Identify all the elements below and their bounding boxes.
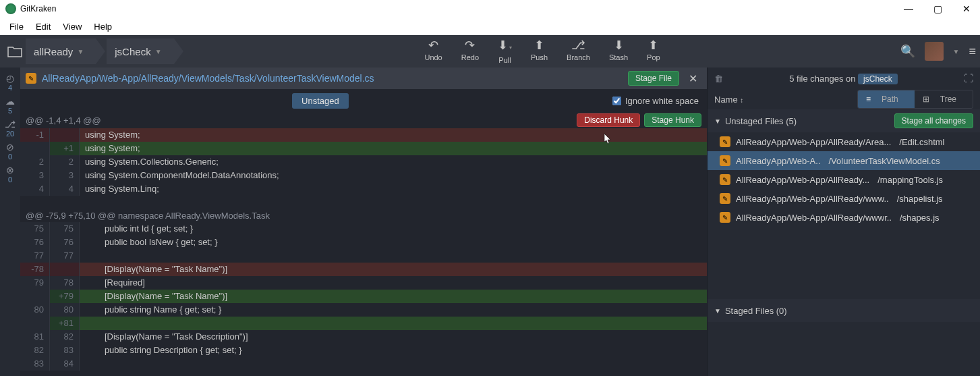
- file-item[interactable]: ✎AllReadyApp/Web-A../VolunteerTaskViewMo…: [708, 151, 980, 170]
- line-number-old: -1: [20, 128, 50, 142]
- view-toggle: ≡ Path ⊞ Tree: [857, 90, 973, 109]
- redo-button[interactable]: ↷Redo: [461, 38, 479, 64]
- folder-button[interactable]: [4, 41, 26, 62]
- file-item[interactable]: ✎AllReadyApp/Web-App/AllReady.../mapping…: [708, 170, 980, 189]
- line-number-new: 75: [50, 222, 80, 236]
- tree-view-button[interactable]: ⊞ Tree: [915, 90, 973, 108]
- pull-button[interactable]: ⬇▾Pull: [498, 38, 512, 64]
- avatar[interactable]: [925, 42, 944, 61]
- ignore-whitespace-toggle[interactable]: Ignore white space: [612, 96, 699, 106]
- diff-line[interactable]: 8283 public string Description { get; se…: [20, 344, 707, 357]
- changes-summary: 5 file changes on jsCheck: [728, 74, 958, 84]
- diff-line[interactable]: 33using System.ComponentModel.DataAnnota…: [20, 169, 707, 182]
- stash-icon: ⬇: [614, 38, 624, 52]
- pop-icon: ⬆: [648, 38, 658, 52]
- discard-hunk-button[interactable]: Discard Hunk: [577, 113, 640, 127]
- sort-label[interactable]: Name ↕: [714, 95, 743, 105]
- line-number-old: 81: [20, 330, 50, 344]
- diff-line[interactable]: 8384: [20, 357, 707, 371]
- undo-button[interactable]: ↶Undo: [424, 38, 442, 64]
- file-modified-icon: ✎: [720, 193, 730, 204]
- maximize-button[interactable]: ▢: [929, 3, 946, 14]
- branch-name: jsCheck: [115, 46, 150, 57]
- diff-line[interactable]: +81: [20, 317, 707, 330]
- stash-button[interactable]: ⬇Stash: [609, 38, 628, 64]
- menubar: File Edit View Help: [0, 18, 980, 35]
- diff-line[interactable]: +1using System;: [20, 142, 707, 155]
- line-number-new: 84: [50, 357, 80, 371]
- path-view-button[interactable]: ≡ Path: [858, 90, 915, 108]
- diff-line[interactable]: 7978 [Required]: [20, 276, 707, 290]
- diff-line[interactable]: 7575 public int Id { get; set; }: [20, 222, 707, 236]
- stage-file-button[interactable]: Stage File: [628, 71, 679, 86]
- branch-button[interactable]: ⎇Branch: [567, 38, 590, 64]
- line-number-new: [50, 263, 80, 276]
- rail-item-0[interactable]: ◴4: [6, 72, 14, 93]
- code-text: public int Id { get; set; }: [80, 222, 707, 236]
- code-text: public bool IsNew { get; set; }: [80, 236, 707, 249]
- hamburger-icon[interactable]: ≡: [969, 45, 976, 59]
- rail-item-2[interactable]: ⎇20: [5, 117, 16, 139]
- diff-line[interactable]: +79 [Display(Name = "Task Name")]: [20, 290, 707, 303]
- line-number-new: 82: [50, 330, 80, 344]
- repo-crumb[interactable]: allReady ▼: [26, 38, 96, 64]
- diff-line[interactable]: 44using System.Linq;: [20, 182, 707, 196]
- chevron-down-icon: ▼: [77, 48, 84, 55]
- file-path-name: /shapes.js: [900, 213, 940, 223]
- diff-line[interactable]: 8080 public string Name { get; set; }: [20, 303, 707, 317]
- minimize-button[interactable]: —: [900, 3, 917, 14]
- menu-edit[interactable]: Edit: [30, 20, 56, 33]
- diff-body[interactable]: @@ -1,4 +1,4 @@ Discard Hunk Stage Hunk …: [20, 112, 707, 376]
- line-number-old: 2: [20, 155, 50, 169]
- line-number-new: 76: [50, 236, 80, 249]
- line-number-old: [20, 290, 50, 303]
- line-number-new: 2: [50, 155, 80, 169]
- rail-item-4[interactable]: ⊗0: [6, 163, 14, 185]
- unstaged-section-header[interactable]: ▼ Unstaged Files (5) Stage all changes: [708, 109, 980, 132]
- close-icon[interactable]: ✕: [685, 72, 701, 85]
- diff-line[interactable]: 7777: [20, 249, 707, 263]
- menu-view[interactable]: View: [57, 20, 87, 33]
- activity-rail: ◴4 ☁5 ⎇20 ⊘0 ⊗0: [0, 68, 20, 376]
- close-button[interactable]: ✕: [958, 3, 975, 14]
- staged-section-header[interactable]: ▼ Staged Files (0): [708, 299, 980, 322]
- avatar-caret-icon[interactable]: ▼: [953, 48, 960, 55]
- branch-crumb[interactable]: jsCheck ▼: [107, 38, 173, 64]
- menu-file[interactable]: File: [4, 20, 29, 33]
- code-text: using System.Linq;: [80, 182, 707, 196]
- rail-item-1[interactable]: ☁5: [5, 95, 15, 116]
- diff-line[interactable]: 7676 public bool IsNew { get; set; }: [20, 236, 707, 249]
- repo-name: allReady: [34, 46, 73, 57]
- rail-item-3[interactable]: ⊘0: [6, 140, 14, 162]
- search-icon[interactable]: 🔍: [900, 44, 915, 59]
- stage-all-button[interactable]: Stage all changes: [894, 113, 973, 128]
- line-number-old: 82: [20, 344, 50, 357]
- menu-help[interactable]: Help: [88, 20, 117, 33]
- file-modified-icon: ✎: [26, 73, 36, 84]
- window-title: GitKraken: [20, 4, 56, 14]
- ignore-whitespace-checkbox[interactable]: [612, 97, 621, 105]
- file-item[interactable]: ✎AllReadyApp/Web-App/AllReady/www../shap…: [708, 189, 980, 208]
- stage-hunk-button[interactable]: Stage Hunk: [644, 113, 701, 127]
- line-number-old: 75: [20, 222, 50, 236]
- code-text: [80, 249, 707, 263]
- diff-line[interactable]: 8182 [Display(Name = "Task Description")…: [20, 330, 707, 344]
- push-button[interactable]: ⬆Push: [531, 38, 548, 64]
- diff-line[interactable]: 22using System.Collections.Generic;: [20, 155, 707, 169]
- file-path-prefix: AllReadyApp/Web-A..: [736, 156, 821, 166]
- branch-icon: ⎇: [571, 38, 585, 52]
- diff-line[interactable]: -1using System;: [20, 128, 707, 142]
- file-item[interactable]: ✎AllReadyApp/Web-App/AllReady/wwwr../sha…: [708, 208, 980, 227]
- hunk-header: @@ -75,9 +75,10 @@ namespace AllReady.Vi…: [20, 209, 707, 222]
- file-item[interactable]: ✎AllReadyApp/Web-App/AllReady/Area.../Ed…: [708, 132, 980, 151]
- line-number-new: 77: [50, 249, 80, 263]
- pop-button[interactable]: ⬆Pop: [647, 38, 660, 64]
- line-number-old: 80: [20, 303, 50, 317]
- diff-line[interactable]: -78 [Display(Name = "Task Name")]: [20, 263, 707, 276]
- code-text: [80, 317, 707, 330]
- trash-icon[interactable]: 🗑: [714, 74, 723, 84]
- line-number-old: 4: [20, 182, 50, 196]
- expand-icon[interactable]: ⛶: [964, 73, 973, 84]
- unstaged-file-list: ✎AllReadyApp/Web-App/AllReady/Area.../Ed…: [708, 132, 980, 227]
- line-number-old: -78: [20, 263, 50, 276]
